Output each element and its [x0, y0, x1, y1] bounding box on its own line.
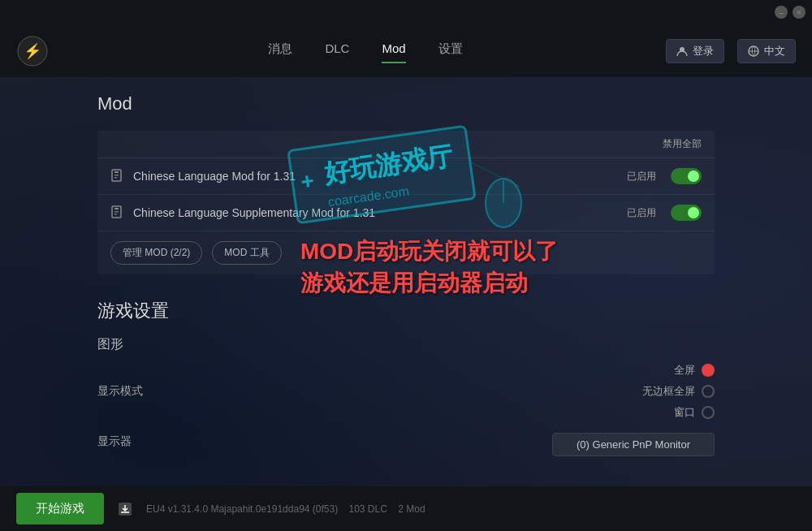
nav-item-news[interactable]: 消息 [268, 41, 292, 60]
login-button[interactable]: 登录 [666, 39, 724, 63]
monitor-section: 显示器 (0) Generic PnP Monitor [97, 433, 715, 456]
footer-game-info: EU4 v1.31.4.0 Majapahit.0e191dda94 (0f53… [146, 503, 796, 515]
mod-list-section: 禁用全部 Chinese Language Mod for 1.31 已启用 C… [97, 131, 715, 274]
nav-item-dlc[interactable]: DLC [325, 41, 349, 60]
display-radio-borderless[interactable] [702, 385, 715, 398]
display-mode-options: 全屏 无边框全屏 窗口 [642, 363, 715, 420]
svg-text:⚡: ⚡ [24, 42, 42, 60]
display-option-fullscreen[interactable]: 全屏 [674, 363, 715, 378]
svg-rect-7 [114, 177, 117, 179]
header-right: 登录 中文 [666, 39, 796, 63]
user-icon [676, 45, 688, 57]
svg-rect-6 [114, 175, 119, 176]
title-bar: – × [0, 0, 812, 24]
mod-row-0: Chinese Language Mod for 1.31 已启用 [97, 158, 715, 195]
mod-row-1: Chinese Language Supplementary Mod for 1… [97, 195, 715, 231]
mod-list-header: 禁用全部 [97, 131, 715, 158]
app-logo: ⚡ [16, 35, 49, 67]
display-mode-row: 显示模式 全屏 无边框全屏 窗口 [97, 363, 715, 420]
monitor-label: 显示器 [97, 434, 132, 449]
mod-action-buttons: 管理 MOD (2/2) MOD 工具 [97, 231, 715, 274]
display-radio-fullscreen[interactable] [702, 364, 715, 377]
mod-section-title: Mod [97, 93, 715, 114]
main-content: Mod 禁用全部 Chinese Language Mod for 1.31 已… [0, 77, 812, 486]
svg-rect-11 [114, 214, 117, 215]
mod-tools-button[interactable]: MOD 工具 [212, 241, 281, 265]
mod-name-1: Chinese Language Supplementary Mod for 1… [133, 206, 619, 219]
manage-mod-button[interactable]: 管理 MOD (2/2) [110, 241, 202, 265]
game-settings-title: 游戏设置 [97, 299, 715, 323]
disable-all-button[interactable]: 禁用全部 [663, 137, 702, 151]
footer: 开始游戏 EU4 v1.31.4.0 Majapahit.0e191dda94 … [0, 486, 812, 531]
svg-rect-5 [114, 171, 119, 173]
header: ⚡ 消息 DLC Mod 设置 登录 中文 [0, 24, 812, 77]
svg-rect-9 [114, 208, 119, 209]
mod-toggle-1[interactable] [671, 205, 702, 221]
start-game-button[interactable]: 开始游戏 [16, 493, 104, 525]
display-option-borderless-label: 无边框全屏 [642, 384, 695, 399]
mod-status-label-0: 已启用 [627, 170, 656, 183]
close-button[interactable]: × [793, 6, 806, 19]
display-option-fullscreen-label: 全屏 [674, 363, 695, 378]
monitor-select[interactable]: (0) Generic PnP Monitor [552, 433, 715, 456]
mod-status-label-1: 已启用 [627, 206, 656, 220]
svg-rect-10 [114, 211, 119, 213]
globe-icon [748, 45, 759, 57]
display-option-window[interactable]: 窗口 [674, 405, 715, 420]
download-icon[interactable] [117, 501, 133, 517]
display-radio-window[interactable] [702, 406, 715, 419]
mod-toggle-0[interactable] [671, 168, 702, 184]
minimize-button[interactable]: – [775, 6, 788, 19]
nav-item-mod[interactable]: Mod [382, 41, 405, 60]
graphics-title: 图形 [97, 336, 715, 353]
main-nav: 消息 DLC Mod 设置 [65, 41, 666, 60]
mod-name-0: Chinese Language Mod for 1.31 [133, 170, 619, 183]
mod-file-icon-0 [110, 169, 125, 183]
game-settings-section: 游戏设置 图形 显示模式 全屏 无边框全屏 窗口 显 [97, 299, 715, 456]
display-option-window-label: 窗口 [674, 405, 695, 420]
mod-file-icon-1 [110, 205, 125, 220]
display-mode-label: 显示模式 [97, 384, 642, 399]
nav-item-settings[interactable]: 设置 [438, 41, 463, 60]
display-option-borderless[interactable]: 无边框全屏 [642, 384, 715, 399]
language-button[interactable]: 中文 [737, 39, 796, 63]
